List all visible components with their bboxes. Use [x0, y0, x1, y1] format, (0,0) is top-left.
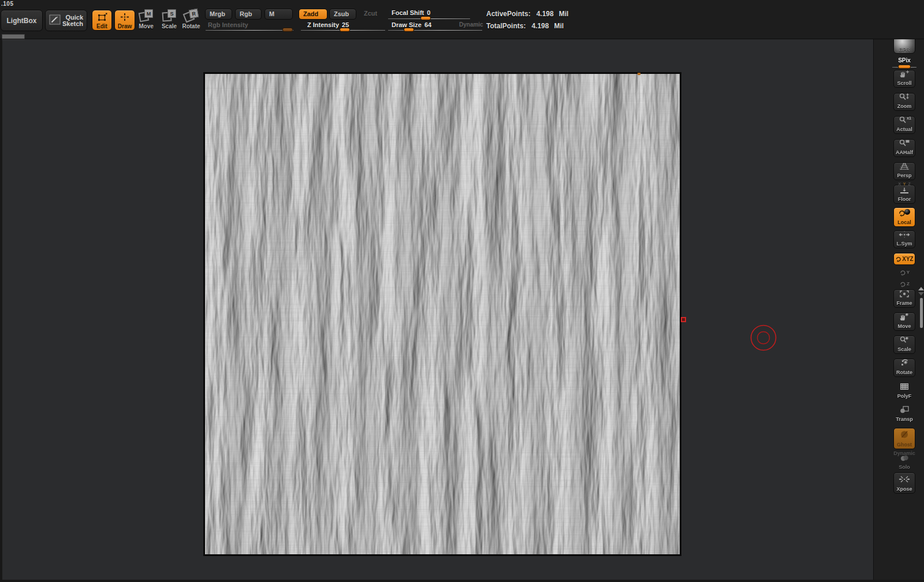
move-hand-icon: [899, 312, 910, 323]
perspective-grid-icon: [899, 162, 910, 173]
polyf-button[interactable]: PolyF: [893, 382, 915, 400]
zcut-button[interactable]: Zcut: [360, 9, 385, 20]
total-points-readout: TotalPoints:4.198Mil: [486, 22, 564, 30]
gizmo-scale-button[interactable]: S Scale: [159, 9, 179, 31]
sculpt-document[interactable]: [203, 72, 681, 556]
z-intensity-handle[interactable]: [340, 28, 350, 32]
scale-badge: S: [167, 9, 176, 18]
aahalf-button[interactable]: AAHalf: [893, 139, 915, 157]
tray-scrollbar[interactable]: [920, 298, 923, 328]
edit-button[interactable]: Edit: [92, 10, 112, 31]
draw-button[interactable]: Draw: [114, 10, 135, 31]
shelf-scale-button[interactable]: Scale: [893, 335, 915, 354]
xpose-arrows-icon: [898, 475, 911, 486]
quick-sketch-button[interactable]: Quick Sketch: [45, 10, 87, 31]
frame-button[interactable]: Frame: [893, 289, 915, 308]
spix-label: SPix: [893, 57, 915, 64]
edit-label: Edit: [96, 24, 107, 29]
rotate-sphere-icon: [899, 359, 910, 370]
gizmo-rotate-button[interactable]: R Rotate: [181, 9, 201, 31]
rgb-button[interactable]: Rgb: [235, 9, 262, 20]
lsym-button[interactable]: L.Sym: [893, 230, 915, 248]
draw-size-value: 64: [424, 21, 431, 28]
floor-axes: X Y Z: [898, 182, 911, 186]
floor-arrow-icon: [899, 186, 910, 196]
rotate-z-arc-icon: [899, 280, 906, 288]
solo-spheres-icon: [899, 454, 910, 464]
ghost-sphere-icon: [899, 430, 910, 442]
draw-crosshair-icon: [119, 13, 131, 24]
rotate-xyz-button[interactable]: XYZ: [893, 253, 915, 265]
transparency-icon: [899, 405, 910, 416]
rotate-icon: R: [184, 9, 199, 22]
transp-button[interactable]: Transp: [893, 405, 915, 423]
version-fragment: .105: [1, 1, 13, 7]
xpose-button[interactable]: Xpose: [893, 472, 915, 494]
rotate-z-button[interactable]: Z: [893, 278, 915, 289]
edit-gizmo-icon: [96, 13, 108, 24]
actual-button[interactable]: x1 Actual: [893, 116, 915, 134]
magnifier-zoom-icon: [899, 93, 910, 103]
shelf-move-button[interactable]: Move: [893, 312, 915, 331]
rotate-arc-icon: [895, 254, 901, 264]
rgb-intensity-label: Rgb Intensity: [208, 21, 248, 28]
left-edge-strip: [0, 39, 2, 582]
scale-label: Scale: [162, 23, 177, 29]
focal-shift-handle[interactable]: [420, 16, 431, 20]
floor-button[interactable]: X Y Z Floor: [893, 185, 915, 204]
frame-brackets-icon: [899, 290, 910, 300]
symmetry-arrows-icon: [898, 230, 911, 241]
scale-magnifier-icon: [899, 335, 910, 346]
dynamic-mode-label[interactable]: Dynamic: [459, 21, 483, 28]
rotate-y-button[interactable]: Y: [893, 267, 915, 278]
rotate-label: Rotate: [182, 23, 200, 29]
move-icon: M: [139, 9, 154, 22]
focal-shift-value: 0: [427, 9, 430, 16]
rgb-intensity-track[interactable]: [206, 30, 293, 31]
lightbox-button[interactable]: LightBox: [1, 10, 43, 31]
quick-sketch-label: Quick Sketch: [62, 14, 83, 27]
zadd-button[interactable]: Zadd: [299, 9, 327, 20]
move-badge: M: [144, 9, 153, 18]
draw-size-track[interactable]: [388, 30, 482, 31]
tray-scroll-down-arrow[interactable]: [918, 292, 924, 296]
rgb-intensity-handle[interactable]: [282, 28, 293, 32]
x1-badge: x1: [907, 116, 911, 120]
local-pivot-icon: [897, 208, 911, 219]
shelf-rotate-button[interactable]: Rotate: [893, 359, 915, 377]
document-vignette: [205, 74, 680, 554]
draw-size-handle[interactable]: [404, 28, 414, 32]
polyframe-grid-icon: [899, 382, 910, 393]
rotate-badge: R: [189, 9, 199, 18]
move-label: Move: [139, 23, 154, 29]
red-pivot-marker: [681, 317, 686, 322]
bottom-edge-strip: [0, 580, 924, 582]
scale-icon: S: [162, 9, 177, 22]
active-points-readout: ActivePoints:4.198Mil: [486, 10, 568, 18]
focal-shift-label: Focal Shift0: [392, 9, 430, 16]
persp-button[interactable]: Persp: [893, 162, 915, 180]
pencil-icon: [49, 14, 61, 27]
document-edge-marker: [638, 73, 640, 75]
local-button[interactable]: Local: [893, 207, 915, 227]
scroll-button[interactable]: Scroll: [893, 70, 915, 88]
m-button[interactable]: M: [264, 9, 293, 20]
ghost-button[interactable]: Ghost: [893, 428, 915, 449]
mrgb-button[interactable]: Mrgb: [205, 9, 232, 20]
top-toolbar: .105 LightBox Quick Sketch Edit Draw M M…: [0, 0, 924, 39]
scroll-hand-icon: [899, 70, 910, 80]
gizmo-move-button[interactable]: M Move: [136, 9, 156, 31]
tray-scroll-up-arrow[interactable]: [918, 287, 924, 290]
rotate-y-arc-icon: [899, 268, 906, 276]
spix-handle[interactable]: [898, 65, 911, 69]
lightbox-drag-handle[interactable]: [2, 34, 25, 40]
zoom-button[interactable]: Zoom: [893, 93, 915, 111]
solo-button[interactable]: Solo: [893, 456, 915, 471]
lightbox-label: LightBox: [7, 17, 37, 25]
draw-label: Draw: [118, 24, 132, 29]
magnifier-half-icon: [899, 139, 910, 150]
magnifier-x1-icon: x1: [899, 116, 910, 126]
zsub-button[interactable]: Zsub: [329, 9, 356, 20]
